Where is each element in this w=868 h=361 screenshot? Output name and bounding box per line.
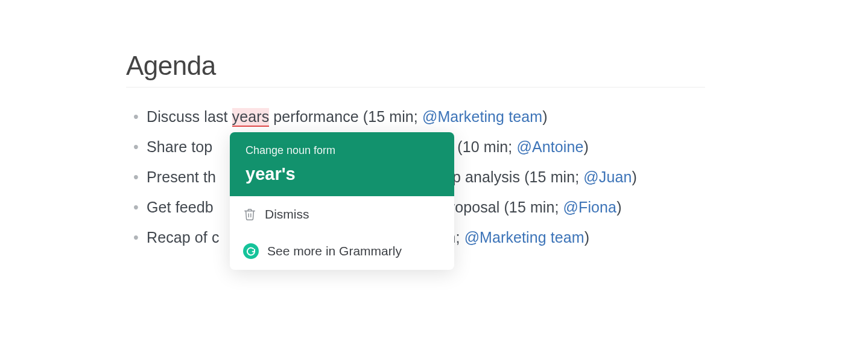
- popup-suggestion-text: year's: [246, 164, 439, 184]
- dismiss-label: Dismiss: [265, 207, 309, 222]
- grammarly-icon: [243, 243, 259, 259]
- text: Share top: [147, 138, 212, 155]
- text: Get feedb: [147, 199, 214, 216]
- dismiss-button[interactable]: Dismiss: [230, 196, 454, 232]
- text: Recap of c: [147, 229, 220, 246]
- mention[interactable]: @Fiona: [563, 199, 617, 216]
- mention[interactable]: @Marketing team: [422, 108, 542, 125]
- grammarly-popup: Change noun form year's Dismiss See more…: [230, 132, 454, 270]
- mention[interactable]: @Antoine: [516, 138, 583, 155]
- popup-suggestion-block[interactable]: Change noun form year's: [230, 132, 454, 196]
- text: Present th: [147, 168, 216, 185]
- text: performance (15 min;: [269, 108, 422, 125]
- grammar-error[interactable]: years: [232, 108, 270, 127]
- mention[interactable]: @Juan: [583, 168, 632, 185]
- see-more-button[interactable]: See more in Grammarly: [230, 232, 454, 270]
- list-item[interactable]: Discuss last years performance (15 min; …: [147, 104, 705, 129]
- trash-icon: [243, 207, 256, 222]
- text: ): [542, 108, 547, 125]
- text: proposal (15 min;: [442, 199, 563, 216]
- see-more-label: See more in Grammarly: [267, 244, 402, 258]
- page-heading: Agenda: [126, 51, 705, 88]
- text: ): [616, 199, 621, 216]
- text: ): [583, 138, 588, 155]
- text: Discuss last: [147, 108, 232, 125]
- mention[interactable]: @Marketing team: [464, 229, 584, 246]
- text: ): [632, 168, 636, 185]
- text: ): [584, 229, 589, 246]
- popup-title: Change noun form: [246, 144, 439, 157]
- text: ap analysis (15 min;: [444, 168, 583, 185]
